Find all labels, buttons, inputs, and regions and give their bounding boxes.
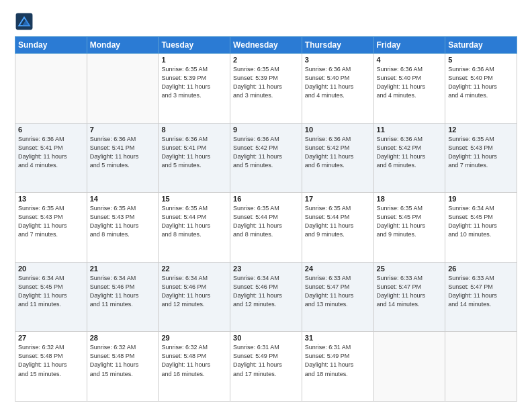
day-info: Sunrise: 6:32 AM Sunset: 5:48 PM Dayligh…	[18, 343, 84, 378]
calendar-week-row: 20Sunrise: 6:34 AM Sunset: 5:45 PM Dayli…	[15, 262, 517, 332]
weekday-saturday: Saturday	[445, 37, 517, 54]
weekday-sunday: Sunday	[15, 37, 87, 54]
day-info: Sunrise: 6:35 AM Sunset: 5:43 PM Dayligh…	[448, 135, 514, 170]
day-info: Sunrise: 6:35 AM Sunset: 5:39 PM Dayligh…	[233, 65, 299, 100]
calendar-cell: 14Sunrise: 6:35 AM Sunset: 5:43 PM Dayli…	[87, 193, 159, 263]
calendar-cell: 7Sunrise: 6:36 AM Sunset: 5:41 PM Daylig…	[87, 123, 159, 193]
weekday-wednesday: Wednesday	[230, 37, 302, 54]
calendar-cell	[373, 332, 445, 402]
day-info: Sunrise: 6:33 AM Sunset: 5:47 PM Dayligh…	[377, 274, 443, 309]
calendar-cell: 27Sunrise: 6:32 AM Sunset: 5:48 PM Dayli…	[15, 332, 87, 402]
calendar-cell: 25Sunrise: 6:33 AM Sunset: 5:47 PM Dayli…	[373, 262, 445, 332]
calendar-cell	[445, 332, 517, 402]
day-number: 7	[90, 126, 156, 134]
calendar-cell: 22Sunrise: 6:34 AM Sunset: 5:46 PM Dayli…	[159, 262, 230, 332]
calendar-cell: 11Sunrise: 6:36 AM Sunset: 5:42 PM Dayli…	[373, 123, 445, 193]
logo-icon	[15, 12, 34, 31]
calendar-cell: 20Sunrise: 6:34 AM Sunset: 5:45 PM Dayli…	[15, 262, 87, 332]
calendar-cell: 16Sunrise: 6:35 AM Sunset: 5:44 PM Dayli…	[230, 193, 302, 263]
day-info: Sunrise: 6:35 AM Sunset: 5:43 PM Dayligh…	[90, 204, 156, 239]
day-info: Sunrise: 6:36 AM Sunset: 5:40 PM Dayligh…	[448, 65, 514, 100]
weekday-monday: Monday	[87, 37, 159, 54]
day-info: Sunrise: 6:31 AM Sunset: 5:49 PM Dayligh…	[233, 343, 299, 378]
day-number: 19	[448, 195, 514, 203]
day-number: 17	[305, 195, 371, 203]
calendar-cell: 5Sunrise: 6:36 AM Sunset: 5:40 PM Daylig…	[445, 54, 517, 124]
day-number: 5	[448, 56, 514, 64]
calendar-cell: 1Sunrise: 6:35 AM Sunset: 5:39 PM Daylig…	[159, 54, 230, 124]
day-info: Sunrise: 6:35 AM Sunset: 5:44 PM Dayligh…	[233, 204, 299, 239]
day-number: 23	[233, 265, 299, 273]
day-number: 22	[161, 265, 227, 273]
calendar-header: SundayMondayTuesdayWednesdayThursdayFrid…	[15, 37, 517, 54]
day-number: 10	[305, 126, 371, 134]
day-number: 20	[18, 265, 84, 273]
day-info: Sunrise: 6:34 AM Sunset: 5:45 PM Dayligh…	[18, 274, 84, 309]
svg-rect-0	[16, 13, 33, 30]
day-number: 21	[90, 265, 156, 273]
calendar-cell: 24Sunrise: 6:33 AM Sunset: 5:47 PM Dayli…	[302, 262, 373, 332]
calendar-cell: 12Sunrise: 6:35 AM Sunset: 5:43 PM Dayli…	[445, 123, 517, 193]
calendar-cell: 10Sunrise: 6:36 AM Sunset: 5:42 PM Dayli…	[302, 123, 373, 193]
day-number: 29	[161, 334, 227, 342]
day-number: 3	[305, 56, 371, 64]
calendar-cell: 9Sunrise: 6:36 AM Sunset: 5:42 PM Daylig…	[230, 123, 302, 193]
weekday-tuesday: Tuesday	[159, 37, 230, 54]
day-number: 15	[161, 195, 227, 203]
day-info: Sunrise: 6:36 AM Sunset: 5:40 PM Dayligh…	[305, 65, 371, 100]
day-number: 18	[377, 195, 443, 203]
logo	[15, 12, 36, 31]
day-info: Sunrise: 6:36 AM Sunset: 5:42 PM Dayligh…	[377, 135, 443, 170]
weekday-friday: Friday	[373, 37, 445, 54]
day-number: 12	[448, 126, 514, 134]
calendar-cell: 28Sunrise: 6:32 AM Sunset: 5:48 PM Dayli…	[87, 332, 159, 402]
day-info: Sunrise: 6:36 AM Sunset: 5:41 PM Dayligh…	[18, 135, 84, 170]
day-number: 1	[161, 56, 227, 64]
calendar-cell: 8Sunrise: 6:36 AM Sunset: 5:41 PM Daylig…	[159, 123, 230, 193]
day-info: Sunrise: 6:34 AM Sunset: 5:46 PM Dayligh…	[233, 274, 299, 309]
day-number: 14	[90, 195, 156, 203]
weekday-thursday: Thursday	[302, 37, 373, 54]
day-number: 8	[161, 126, 227, 134]
day-number: 11	[377, 126, 443, 134]
day-info: Sunrise: 6:34 AM Sunset: 5:46 PM Dayligh…	[90, 274, 156, 309]
calendar-cell: 26Sunrise: 6:33 AM Sunset: 5:47 PM Dayli…	[445, 262, 517, 332]
day-info: Sunrise: 6:35 AM Sunset: 5:45 PM Dayligh…	[377, 204, 443, 239]
calendar-cell: 13Sunrise: 6:35 AM Sunset: 5:43 PM Dayli…	[15, 193, 87, 263]
day-number: 31	[305, 334, 371, 342]
day-number: 4	[377, 56, 443, 64]
calendar-cell: 31Sunrise: 6:31 AM Sunset: 5:49 PM Dayli…	[302, 332, 373, 402]
day-info: Sunrise: 6:34 AM Sunset: 5:46 PM Dayligh…	[161, 274, 227, 309]
day-number: 13	[18, 195, 84, 203]
day-info: Sunrise: 6:35 AM Sunset: 5:43 PM Dayligh…	[18, 204, 84, 239]
day-info: Sunrise: 6:36 AM Sunset: 5:40 PM Dayligh…	[377, 65, 443, 100]
calendar-cell: 6Sunrise: 6:36 AM Sunset: 5:41 PM Daylig…	[15, 123, 87, 193]
calendar-body: 1Sunrise: 6:35 AM Sunset: 5:39 PM Daylig…	[15, 54, 517, 402]
calendar-cell: 2Sunrise: 6:35 AM Sunset: 5:39 PM Daylig…	[230, 54, 302, 124]
calendar-table: SundayMondayTuesdayWednesdayThursdayFrid…	[15, 36, 517, 402]
calendar-week-row: 1Sunrise: 6:35 AM Sunset: 5:39 PM Daylig…	[15, 54, 517, 124]
calendar-cell	[15, 54, 87, 124]
calendar-cell: 17Sunrise: 6:35 AM Sunset: 5:44 PM Dayli…	[302, 193, 373, 263]
calendar-cell: 19Sunrise: 6:34 AM Sunset: 5:45 PM Dayli…	[445, 193, 517, 263]
day-number: 9	[233, 126, 299, 134]
day-info: Sunrise: 6:36 AM Sunset: 5:41 PM Dayligh…	[161, 135, 227, 170]
day-number: 6	[18, 126, 84, 134]
calendar-cell: 3Sunrise: 6:36 AM Sunset: 5:40 PM Daylig…	[302, 54, 373, 124]
day-info: Sunrise: 6:34 AM Sunset: 5:45 PM Dayligh…	[448, 204, 514, 239]
day-info: Sunrise: 6:36 AM Sunset: 5:41 PM Dayligh…	[90, 135, 156, 170]
day-info: Sunrise: 6:35 AM Sunset: 5:44 PM Dayligh…	[161, 204, 227, 239]
day-info: Sunrise: 6:32 AM Sunset: 5:48 PM Dayligh…	[161, 343, 227, 378]
day-number: 28	[90, 334, 156, 342]
calendar-cell: 15Sunrise: 6:35 AM Sunset: 5:44 PM Dayli…	[159, 193, 230, 263]
day-number: 30	[233, 334, 299, 342]
calendar-cell: 4Sunrise: 6:36 AM Sunset: 5:40 PM Daylig…	[373, 54, 445, 124]
calendar-week-row: 13Sunrise: 6:35 AM Sunset: 5:43 PM Dayli…	[15, 193, 517, 263]
day-number: 24	[305, 265, 371, 273]
day-info: Sunrise: 6:35 AM Sunset: 5:44 PM Dayligh…	[305, 204, 371, 239]
header	[15, 12, 517, 31]
day-number: 16	[233, 195, 299, 203]
day-number: 2	[233, 56, 299, 64]
page: SundayMondayTuesdayWednesdayThursdayFrid…	[0, 0, 532, 411]
calendar-week-row: 6Sunrise: 6:36 AM Sunset: 5:41 PM Daylig…	[15, 123, 517, 193]
